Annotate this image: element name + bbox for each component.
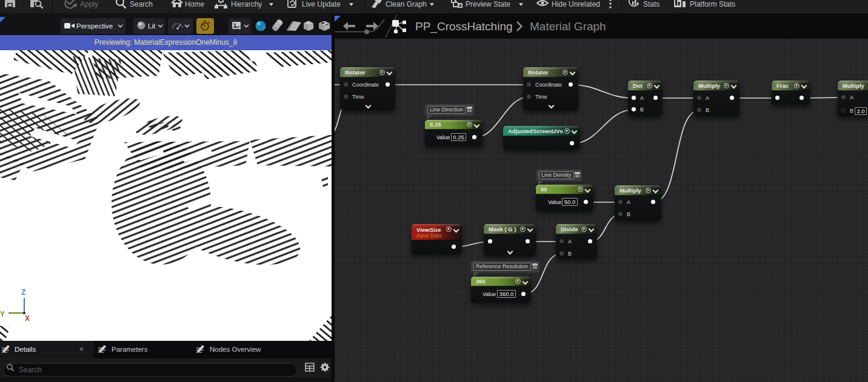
svg-text:X: X: [25, 314, 30, 323]
svg-text:Z: Z: [21, 288, 25, 297]
svg-text:Y: Y: [0, 310, 5, 318]
